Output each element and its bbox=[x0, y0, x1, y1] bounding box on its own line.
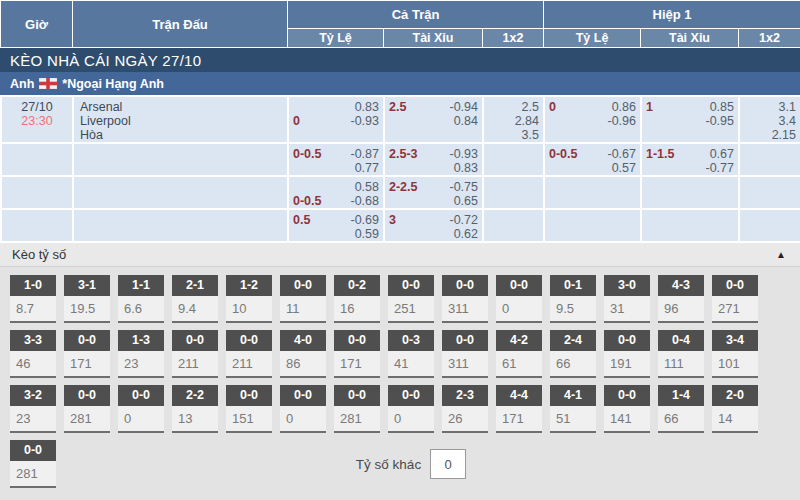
score-chip[interactable]: 2-0 bbox=[712, 385, 758, 406]
odd-value[interactable]: 3.1 bbox=[744, 100, 796, 114]
odd-value[interactable]: -0.96 bbox=[608, 114, 637, 128]
score-chip[interactable]: 1-1 bbox=[118, 275, 164, 296]
score-chip[interactable]: 0-4 bbox=[658, 330, 704, 351]
odd-value[interactable]: -0.72 bbox=[450, 213, 479, 227]
score-chip[interactable]: 0-0 bbox=[604, 330, 650, 351]
other-score-input[interactable] bbox=[430, 449, 466, 479]
odd-value[interactable]: -0.87 bbox=[351, 147, 380, 161]
score-chip[interactable]: 0-0 bbox=[280, 275, 326, 296]
score-chip[interactable]: 1-2 bbox=[226, 275, 272, 296]
league-bar[interactable]: Anh *Ngoại Hạng Anh bbox=[0, 72, 800, 95]
score-cell[interactable]: 0-00 bbox=[280, 385, 326, 433]
score-chip[interactable]: 0-0 bbox=[442, 275, 488, 296]
odd-value[interactable]: 3.5 bbox=[488, 128, 539, 142]
score-cell[interactable]: 0-0281 bbox=[334, 385, 380, 433]
score-chip[interactable]: 1-4 bbox=[658, 385, 704, 406]
score-cell[interactable]: 0-0171 bbox=[334, 330, 380, 378]
score-cell[interactable]: 1-16.6 bbox=[118, 275, 164, 323]
odds-cell-ft_ou[interactable]: 2.5-0.940.84 bbox=[384, 96, 483, 143]
score-chip[interactable]: 0-0 bbox=[172, 330, 218, 351]
score-cell[interactable]: 0-0281 bbox=[64, 385, 110, 433]
score-chip[interactable]: 0-0 bbox=[496, 275, 542, 296]
score-chip[interactable]: 0-0 bbox=[64, 385, 110, 406]
odds-cell-ft_ou[interactable]: 3-0.720.62 bbox=[384, 209, 483, 242]
score-chip[interactable]: 4-4 bbox=[496, 385, 542, 406]
score-chip[interactable]: 3-2 bbox=[10, 385, 56, 406]
score-cell[interactable]: 2-014 bbox=[712, 385, 758, 433]
score-chip[interactable]: 0-0 bbox=[712, 275, 758, 296]
score-cell[interactable]: 3-346 bbox=[10, 330, 56, 378]
score-cell[interactable]: 0-00 bbox=[118, 385, 164, 433]
score-cell[interactable]: 3-031 bbox=[604, 275, 650, 323]
score-cell[interactable]: 0-341 bbox=[388, 330, 434, 378]
odd-value[interactable]: -0.95 bbox=[706, 114, 735, 128]
score-cell[interactable]: 0-0141 bbox=[604, 385, 650, 433]
score-chip[interactable]: 0-0 bbox=[388, 385, 434, 406]
odd-value[interactable]: -0.67 bbox=[608, 147, 637, 161]
score-cell[interactable]: 0-0151 bbox=[226, 385, 272, 433]
odd-value[interactable]: 0.58 bbox=[355, 180, 379, 194]
score-chip[interactable]: 4-1 bbox=[550, 385, 596, 406]
odd-value[interactable]: 0.85 bbox=[710, 100, 734, 114]
score-chip[interactable]: 0-0 bbox=[280, 385, 326, 406]
score-chip[interactable]: 3-1 bbox=[64, 275, 110, 296]
score-cell[interactable]: 1-210 bbox=[226, 275, 272, 323]
odd-value[interactable]: -0.93 bbox=[351, 114, 380, 128]
odds-cell-h1_ou[interactable]: 10.85-0.95 bbox=[641, 96, 739, 143]
odds-cell-ft_hdp[interactable]: 0-0.5-0.870.77 bbox=[288, 143, 384, 176]
odd-value[interactable]: 2.15 bbox=[744, 128, 796, 142]
odd-value[interactable]: 0.83 bbox=[355, 100, 379, 114]
score-cell[interactable]: 4-396 bbox=[658, 275, 704, 323]
odd-value[interactable]: -0.77 bbox=[706, 161, 735, 175]
score-chip[interactable]: 2-2 bbox=[172, 385, 218, 406]
score-cell[interactable]: 0-4111 bbox=[658, 330, 704, 378]
collapse-arrow-icon[interactable]: ▲ bbox=[776, 249, 786, 260]
score-cell[interactable]: 4-4171 bbox=[496, 385, 542, 433]
score-cell[interactable]: 0-0281 bbox=[10, 440, 56, 488]
odds-cell-ft_ou[interactable]: 2.5-3-0.930.83 bbox=[384, 143, 483, 176]
score-cell[interactable]: 0-0271 bbox=[712, 275, 758, 323]
score-cell[interactable]: 0-011 bbox=[280, 275, 326, 323]
score-cell[interactable]: 4-151 bbox=[550, 385, 596, 433]
odd-value[interactable]: 0.83 bbox=[454, 161, 478, 175]
score-chip[interactable]: 0-0 bbox=[64, 330, 110, 351]
odds-cell-h1_hdp[interactable]: 0-0.5-0.670.57 bbox=[544, 143, 641, 176]
score-cell[interactable]: 3-223 bbox=[10, 385, 56, 433]
score-cell[interactable]: 0-0311 bbox=[442, 330, 488, 378]
score-chip[interactable]: 2-4 bbox=[550, 330, 596, 351]
score-cell[interactable]: 0-00 bbox=[388, 385, 434, 433]
odds-cell-h1_ou[interactable]: 1-1.50.67-0.77 bbox=[641, 143, 739, 176]
score-cell[interactable]: 0-0171 bbox=[64, 330, 110, 378]
score-chip[interactable]: 0-0 bbox=[334, 385, 380, 406]
score-chip[interactable]: 2-3 bbox=[442, 385, 488, 406]
odd-value[interactable]: -0.94 bbox=[450, 100, 479, 114]
odds-cell-ft_ou[interactable]: 2-2.5-0.750.65 bbox=[384, 176, 483, 209]
odd-value[interactable]: -0.93 bbox=[450, 147, 479, 161]
score-chip[interactable]: 0-2 bbox=[334, 275, 380, 296]
score-chip[interactable]: 0-3 bbox=[388, 330, 434, 351]
score-chip[interactable]: 3-4 bbox=[712, 330, 758, 351]
score-chip[interactable]: 0-0 bbox=[604, 385, 650, 406]
score-chip[interactable]: 0-0 bbox=[118, 385, 164, 406]
score-chip[interactable]: 0-1 bbox=[550, 275, 596, 296]
odds-cell-h1_hdp[interactable]: 00.86-0.96 bbox=[544, 96, 641, 143]
score-chip[interactable]: 4-2 bbox=[496, 330, 542, 351]
score-cell[interactable]: 1-466 bbox=[658, 385, 704, 433]
score-chip[interactable]: 0-0 bbox=[10, 440, 56, 461]
odd-value[interactable]: -0.68 bbox=[351, 194, 380, 208]
score-cell[interactable]: 2-213 bbox=[172, 385, 218, 433]
odd-value[interactable]: 0.84 bbox=[454, 114, 478, 128]
odds-cell-ft_hdp[interactable]: 0.580-0.5-0.68 bbox=[288, 176, 384, 209]
score-cell[interactable]: 0-0211 bbox=[172, 330, 218, 378]
score-chip[interactable]: 0-0 bbox=[442, 330, 488, 351]
odd-value[interactable]: 0.59 bbox=[355, 227, 379, 241]
score-chip[interactable]: 0-0 bbox=[388, 275, 434, 296]
odds-cell-ft_hdp[interactable]: 0.5-0.690.59 bbox=[288, 209, 384, 242]
score-cell[interactable]: 0-216 bbox=[334, 275, 380, 323]
odd-value[interactable]: 0.77 bbox=[355, 161, 379, 175]
score-chip[interactable]: 3-3 bbox=[10, 330, 56, 351]
score-chip[interactable]: 1-3 bbox=[118, 330, 164, 351]
score-cell[interactable]: 2-19.4 bbox=[172, 275, 218, 323]
score-cell[interactable]: 3-119.5 bbox=[64, 275, 110, 323]
odd-value[interactable]: 2.84 bbox=[488, 114, 539, 128]
